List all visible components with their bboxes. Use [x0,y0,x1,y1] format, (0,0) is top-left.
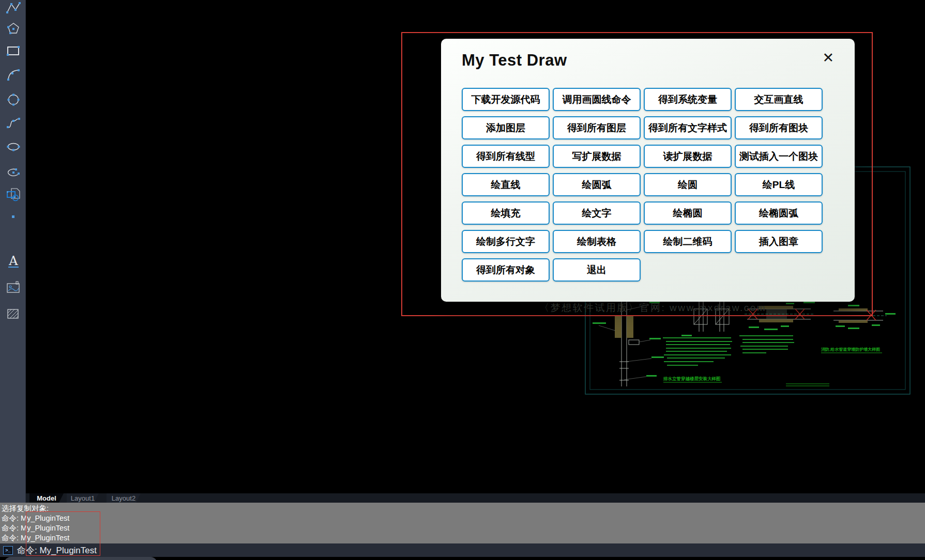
dialog-button[interactable]: 绘制表格 [553,230,641,253]
tab-model[interactable]: Model [29,493,64,503]
layout-tabbar: Model Layout1 Layout2 [26,493,925,503]
dialog-button[interactable]: 绘制多行文字 [462,230,550,253]
dialog-button[interactable]: 交互画直线 [735,88,823,111]
dialog-button[interactable]: 添加图层 [462,116,550,139]
dialog-button[interactable]: 得到所有图层 [553,116,641,139]
terminal-prompt-icon: >_ [3,546,13,555]
coordinates-readout: 76885.700, -18342.765,0.000 [4,557,157,560]
hatch-icon[interactable] [5,306,22,322]
dialog-button[interactable]: 插入图章 [735,230,823,253]
dialog-button[interactable]: 得到系统变量 [644,88,732,111]
tab-layout1[interactable]: Layout1 [67,493,99,503]
dialog-button[interactable]: 绘PL线 [735,173,823,196]
drawing-title-center: 排水立管穿越楼层安装大样图 [663,376,721,381]
draw-toolbar: A [0,0,26,503]
app-window: 排水立管穿越楼层安装大样图 消防,给水管道穿墙防护墙大样图 〈梦想软件试用版〉官… [0,0,925,560]
ellipse-arc-icon[interactable] [5,164,22,181]
command-highlight-rect [26,511,100,556]
dialog-button[interactable]: 调用画圆线命令 [553,88,641,111]
dialog-button[interactable]: 绘制二维码 [644,230,732,253]
dialog-button[interactable]: 绘圆 [644,173,732,196]
svg-text:A: A [8,254,18,268]
dialog-title: My Test Draw [462,51,567,70]
drawing-title-right: 消防,给水管道穿墙防护墙大样图 [821,347,880,352]
dialog-button[interactable]: 得到所有文字样式 [644,116,732,139]
dialog-button[interactable]: 绘直线 [462,173,550,196]
tab-layout2[interactable]: Layout2 [107,493,141,503]
close-icon[interactable]: ✕ [822,51,834,65]
command-history-panel: 选择复制对象: 命令: My_PluginTest 命令: My_PluginT… [0,503,925,543]
dialog-button-grid: 下载开发源代码 调用画圆线命令 得到系统变量 交互画直线 添加图层 得到所有图层… [462,88,823,282]
dialog-button[interactable]: 绘椭圆弧 [735,201,823,225]
polygon-icon[interactable] [5,21,22,37]
image-icon[interactable] [5,279,22,296]
dialog-button[interactable]: 绘圆弧 [553,173,641,196]
dialog-button[interactable]: 读扩展数据 [644,145,732,168]
spline-icon[interactable] [5,115,22,131]
polyline-icon[interactable] [5,0,22,17]
dialog-button[interactable]: 得到所有线型 [462,145,550,168]
text-icon[interactable]: A [5,253,22,270]
dialog-button[interactable]: 测试插入一个图块 [735,145,823,168]
dialog-button[interactable]: 下载开发源代码 [462,88,550,111]
command-input-row[interactable]: >_ 命令: My_PluginTest [0,543,925,557]
dialog-button[interactable]: 绘填充 [462,201,550,225]
circle-icon[interactable] [5,91,22,108]
dialog-button[interactable]: 得到所有图块 [735,116,823,139]
dialog-button[interactable]: 绘文字 [553,201,641,225]
rectangle-icon[interactable] [5,42,22,59]
dialog-button[interactable]: 写扩展数据 [553,145,641,168]
dialog-button[interactable]: 绘椭圆 [644,201,732,225]
point-icon[interactable] [5,209,22,225]
insert-block-icon[interactable] [5,186,22,203]
arc-icon[interactable] [5,67,22,83]
my-test-draw-dialog: My Test Draw ✕ 下载开发源代码 调用画圆线命令 得到系统变量 交互… [441,39,855,302]
ellipse-icon[interactable] [5,138,22,155]
dialog-button[interactable]: 得到所有对象 [462,258,550,282]
dialog-button[interactable]: 退出 [553,258,641,282]
